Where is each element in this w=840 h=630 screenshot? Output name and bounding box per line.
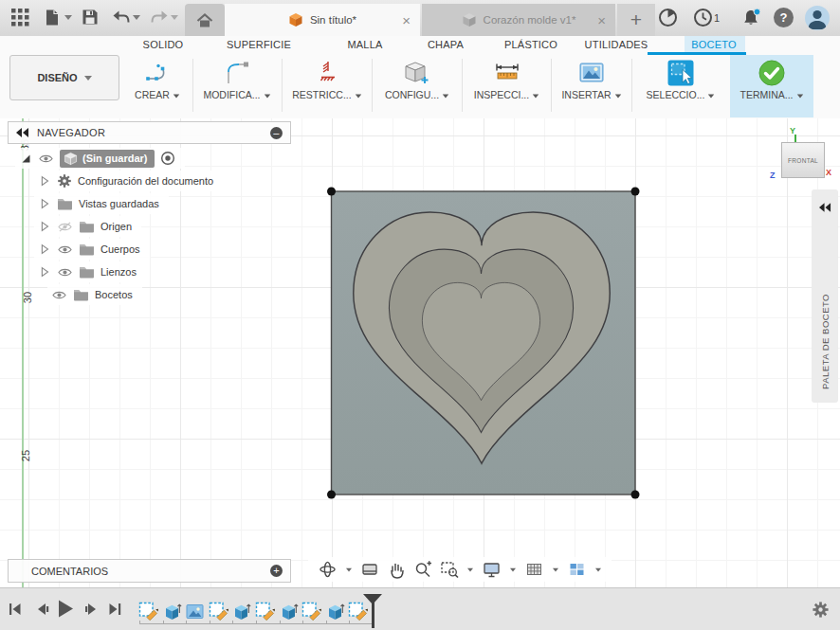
chevron-down-icon[interactable] <box>443 94 448 98</box>
timeline-extrude-feature[interactable] <box>231 602 251 621</box>
tab-superficie[interactable]: SUPERFICIE <box>227 39 291 50</box>
visibility-off-eye-icon[interactable] <box>57 221 73 233</box>
navigator-item-bocetos[interactable]: Bocetos <box>47 284 142 305</box>
visibility-eye-icon[interactable] <box>38 153 54 165</box>
redo-menu-caret[interactable] <box>171 15 178 20</box>
expand-comments-icon[interactable]: + <box>270 565 283 577</box>
close-tab-icon[interactable]: × <box>597 13 606 27</box>
timeline-play-button[interactable] <box>56 599 75 619</box>
navigator-item-origen[interactable]: Origen <box>34 216 141 237</box>
timeline-step-back-button[interactable] <box>34 602 50 617</box>
display-settings-menu-caret[interactable] <box>510 567 516 571</box>
orbit-icon[interactable] <box>318 560 338 579</box>
zoom-window-icon[interactable] <box>440 560 459 579</box>
orbit-menu-caret[interactable] <box>346 567 352 571</box>
timeline-extrude-feature[interactable] <box>279 602 299 621</box>
navigator-header[interactable]: NAVEGADOR – <box>8 121 291 144</box>
document-tab-inactive[interactable]: Corazón molde v1* × <box>422 4 615 36</box>
select-icon[interactable] <box>667 59 695 87</box>
timeline-sketch-feature[interactable] <box>255 602 275 621</box>
timeline-sketch-feature[interactable] <box>209 602 228 621</box>
chevron-down-icon[interactable] <box>796 94 802 98</box>
tab-malla[interactable]: MALLA <box>347 39 382 50</box>
timeline-sketch-feature[interactable] <box>138 602 158 621</box>
app-grid-icon[interactable] <box>11 9 29 27</box>
navigator-root-row[interactable]: (Sin guardar) <box>15 148 185 169</box>
collapsed-triangle-icon[interactable] <box>38 265 51 279</box>
constraint-icon[interactable] <box>313 59 341 87</box>
visibility-eye-icon[interactable] <box>57 266 73 279</box>
configure-icon[interactable] <box>403 59 431 87</box>
chevron-down-icon[interactable] <box>173 94 179 98</box>
tab-solido[interactable]: SOLIDO <box>143 39 184 50</box>
viewports-icon[interactable] <box>567 560 587 579</box>
navigator-item-doc-settings[interactable]: Configuración del documento <box>34 171 223 191</box>
fillet-icon[interactable] <box>223 59 251 87</box>
expand-panel-icon[interactable] <box>819 203 831 212</box>
finish-sketch-icon[interactable] <box>758 59 786 87</box>
chevron-down-icon[interactable] <box>264 94 269 98</box>
visibility-eye-icon[interactable] <box>51 289 67 301</box>
viewcube[interactable]: FRONTAL <box>781 142 825 178</box>
close-tab-icon[interactable]: × <box>402 13 411 27</box>
viewports-menu-caret[interactable] <box>595 567 601 571</box>
timeline-canvas-image-feature[interactable] <box>185 602 205 621</box>
look-at-icon[interactable] <box>360 560 379 579</box>
timeline-extrude-feature[interactable] <box>325 602 345 621</box>
document-tab-active[interactable]: Sin título* × <box>225 4 420 36</box>
redo-icon[interactable] <box>150 9 169 26</box>
chevron-down-icon[interactable] <box>533 94 539 98</box>
tab-boceto[interactable]: BOCETO <box>691 39 736 50</box>
save-icon[interactable] <box>82 9 99 26</box>
group-terminar-boceto[interactable]: TERMINA... <box>730 55 813 117</box>
navigator-item-saved-views[interactable]: Vistas guardadas <box>34 193 169 214</box>
group-insertar[interactable]: INSERTAR <box>553 55 630 117</box>
timeline-extrude-feature[interactable] <box>162 602 182 621</box>
user-avatar[interactable] <box>805 6 830 30</box>
collapsed-triangle-icon[interactable] <box>38 174 51 188</box>
group-inspeccion[interactable]: INSPECCI... <box>464 55 550 117</box>
display-settings-icon[interactable] <box>482 560 502 579</box>
activate-component-radio[interactable] <box>160 151 175 166</box>
measure-icon[interactable] <box>493 59 521 87</box>
tab-chapa[interactable]: CHAPA <box>428 39 464 50</box>
tab-plastico[interactable]: PLÁSTICO <box>504 39 557 50</box>
timeline-sketch-feature[interactable] <box>348 602 368 621</box>
grid-settings-icon[interactable] <box>524 560 544 579</box>
navigator-item-cuerpos[interactable]: Cuerpos <box>34 239 150 260</box>
expanded-triangle-icon[interactable] <box>19 152 32 165</box>
timeline-step-forward-button[interactable] <box>83 602 100 617</box>
chevron-down-icon[interactable] <box>708 94 714 98</box>
workspace-selector-button[interactable]: DISEÑO <box>9 55 119 100</box>
sketch-palette-strip[interactable]: PALETA DE BOCETO <box>812 189 838 403</box>
sketch-create-icon[interactable] <box>143 59 172 87</box>
help-icon[interactable]: ? <box>774 8 794 27</box>
new-tab-button[interactable]: + <box>617 4 655 36</box>
navigator-item-lienzos[interactable]: Lienzos <box>34 261 146 282</box>
timeline-go-to-start-button[interactable] <box>8 602 24 617</box>
visibility-eye-icon[interactable] <box>57 243 73 256</box>
minimize-panel-icon[interactable]: – <box>270 127 283 139</box>
timeline-playhead-handle[interactable] <box>363 594 382 604</box>
recent-clock-icon[interactable] <box>693 8 713 27</box>
collapse-left-icon[interactable] <box>16 128 29 137</box>
collapsed-triangle-icon[interactable] <box>38 197 51 210</box>
timeline-sketch-feature[interactable] <box>301 602 321 621</box>
file-icon[interactable] <box>44 9 61 27</box>
collapsed-triangle-icon[interactable] <box>38 220 51 233</box>
insert-image-icon[interactable] <box>577 59 606 87</box>
job-status-icon[interactable] <box>658 8 678 27</box>
undo-icon[interactable] <box>112 9 131 26</box>
pan-hand-icon[interactable] <box>387 560 406 579</box>
file-menu-caret[interactable] <box>64 15 72 20</box>
timeline-settings-gear-icon[interactable] <box>812 601 830 619</box>
group-configuracion[interactable]: CONFIGU... <box>374 55 461 117</box>
collapsed-triangle-icon[interactable] <box>38 243 51 256</box>
group-crear[interactable]: CREAR <box>123 55 192 117</box>
viewport-canvas[interactable]: 35 30 25 <box>0 118 840 587</box>
notification-bell-icon[interactable] <box>741 8 763 28</box>
home-view-button[interactable] <box>185 4 225 36</box>
group-modifica[interactable]: MODIFICA... <box>194 55 280 117</box>
undo-menu-caret[interactable] <box>133 15 140 20</box>
zoom-window-menu-caret[interactable] <box>467 567 473 571</box>
